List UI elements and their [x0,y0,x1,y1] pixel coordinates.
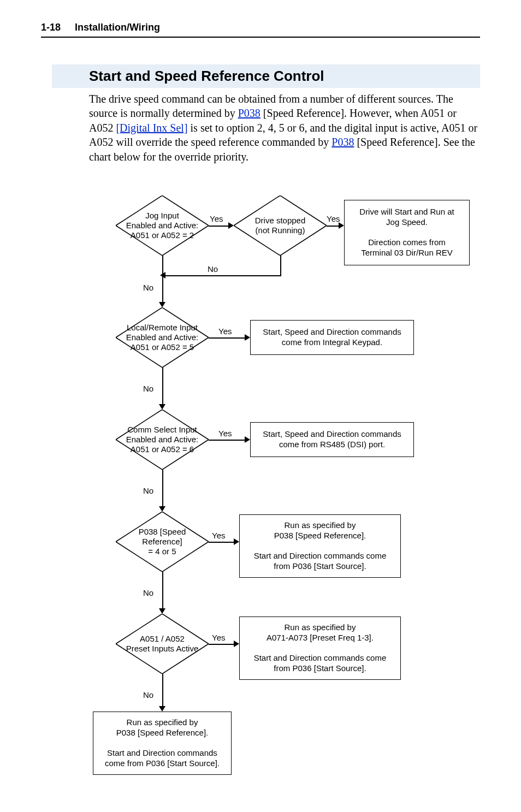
link-p038-2[interactable]: P038 [331,136,354,148]
result-jog-speed: Drive will Start and Run at Jog Speed. D… [344,200,470,265]
yes-label: Yes [210,214,223,223]
decision-local-remote: Local/Remote Input Enabled and Active: A… [116,307,209,368]
no-label: No [143,283,153,292]
result-keypad: Start, Speed and Direction commands come… [250,320,414,355]
link-p038-1[interactable]: P038 [238,107,260,119]
result-default: Run as specified by P038 [Speed Referenc… [93,712,232,775]
no-label: No [143,486,153,495]
decision-drive-stopped: Drive stopped (not Running) [234,195,327,256]
box-text: Start, Speed and Direction commands come… [263,327,401,348]
decision-label: Comm Select Input Enabled and Active: A0… [116,422,209,458]
page-number: 1-18 [41,22,61,33]
no-label: No [143,690,153,700]
decision-label: A051 / A052 Preset Inputs Active [116,631,209,657]
yes-label: Yes [218,429,232,438]
box-text: Run as specified by P038 [Speed Referenc… [105,718,220,769]
result-rs485: Start, Speed and Direction commands come… [250,422,414,457]
no-label: No [143,588,153,597]
yes-label: Yes [218,327,232,336]
decision-jog-input: Jog Input Enabled and Active: A051 or A0… [116,195,209,256]
body-paragraph: The drive speed command can be obtained … [89,92,480,164]
decision-preset-inputs: A051 / A052 Preset Inputs Active [116,614,209,674]
no-label: No [143,384,153,393]
decision-label: Drive stopped (not Running) [245,212,316,239]
section-title: Installation/Wiring [75,22,160,33]
yes-label: Yes [212,531,225,540]
decision-comm-select: Comm Select Input Enabled and Active: A0… [116,410,209,470]
result-p038: Run as specified by P038 [Speed Referenc… [239,514,401,578]
box-text: Start, Speed and Direction commands come… [263,429,401,450]
no-label: No [208,264,218,274]
yes-label: Yes [327,214,340,223]
decision-label: Jog Input Enabled and Active: A051 or A0… [116,208,209,244]
heading: Start and Speed Reference Control [52,64,480,88]
box-text: Run as specified by P038 [Speed Referenc… [254,520,387,572]
link-digital-inx[interactable]: [Digital Inx Sel] [116,122,187,134]
page-header: 1-18 Installation/Wiring [41,22,480,38]
flowchart: Jog Input Enabled and Active: A051 or A0… [0,195,521,802]
decision-label: Local/Remote Input Enabled and Active: A… [116,319,209,355]
box-text: Drive will Start and Run at Jog Speed. D… [359,207,454,258]
box-text: Run as specified by A071-A073 [Preset Fr… [254,623,387,674]
yes-label: Yes [212,633,225,642]
decision-p038-speedref: P038 [Speed Reference] = 4 or 5 [116,512,209,572]
result-preset-freq: Run as specified by A071-A073 [Preset Fr… [239,617,401,680]
decision-label: P038 [Speed Reference] = 4 or 5 [116,524,209,560]
